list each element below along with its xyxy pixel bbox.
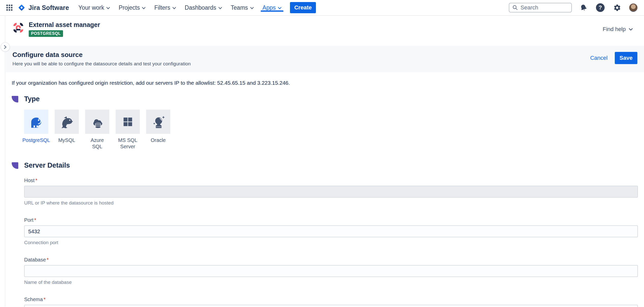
section-marker-icon (12, 162, 18, 169)
question-mark-icon: ? (596, 3, 605, 12)
app-header: External asset manager POSTGRESQL Find h… (6, 16, 644, 46)
host-label: Host* (24, 178, 638, 183)
nav-item-filters[interactable]: Filters (150, 4, 180, 11)
chevron-down-icon (218, 7, 222, 9)
chevron-down-icon (278, 7, 282, 9)
chevron-down-icon (142, 7, 146, 9)
help-button[interactable]: ? (595, 3, 605, 13)
ms-sql-server-windows-icon (120, 114, 136, 130)
chevron-down-icon (106, 7, 110, 9)
app-switcher-icon[interactable] (5, 3, 14, 12)
datasource-type-badge: POSTGRESQL (29, 30, 63, 37)
find-help-dropdown[interactable]: Find help (603, 26, 633, 33)
bell-icon (579, 3, 588, 12)
host-input[interactable] (24, 186, 638, 198)
nav-item-teams[interactable]: Teams (226, 4, 258, 11)
section-title-configure: Configure data source (12, 51, 637, 59)
datasource-type-picker: PostgreSQL MySQL (12, 110, 638, 150)
configure-data-source-bar: Configure data source Here you will be a… (6, 46, 644, 72)
database-input[interactable] (24, 265, 638, 277)
schema-input[interactable] (24, 305, 638, 307)
type-option-mysql[interactable]: MySQL (55, 110, 79, 150)
chevron-down-icon (172, 7, 176, 9)
gear-icon (613, 4, 621, 12)
nav-item-projects[interactable]: Projects (114, 4, 150, 11)
mysql-dolphin-icon (59, 114, 75, 130)
port-label: Port* (24, 217, 638, 223)
collapsed-sidebar-rail (0, 16, 5, 306)
server-details-title: Server Details (24, 162, 70, 169)
server-details-form: Host* URL or IP where the datasource is … (12, 178, 638, 307)
top-navigation: Jira Software Your work Projects Filters… (0, 0, 644, 16)
product-name: Jira Software (28, 4, 69, 11)
chevron-down-icon (629, 28, 633, 31)
chevron-right-icon (4, 45, 7, 49)
search-icon (512, 5, 518, 10)
external-asset-manager-logo (12, 22, 24, 34)
section-marker-icon (12, 96, 18, 103)
type-option-azure-sql[interactable]: Azure SQL (85, 110, 109, 150)
settings-button[interactable] (612, 3, 622, 13)
port-input[interactable] (24, 225, 638, 237)
port-field-group: Port* Connection port (24, 217, 638, 245)
jira-logo[interactable]: Jira Software (16, 3, 73, 12)
schema-label: Schema* (24, 297, 638, 302)
nav-item-your-work[interactable]: Your work (74, 4, 114, 11)
nav-item-dashboards[interactable]: Dashboards (180, 4, 226, 11)
create-button[interactable]: Create (290, 2, 316, 13)
type-section-title: Type (24, 95, 40, 103)
allowlist-notice: If your organization has configured orig… (12, 80, 638, 86)
section-subtitle: Here you will be able to configure the d… (12, 61, 637, 67)
nav-item-apps[interactable]: Apps (258, 4, 286, 11)
notifications-button[interactable] (578, 3, 589, 13)
type-option-oracle[interactable]: Oracle (146, 110, 170, 150)
oracle-crystal-ball-icon (150, 114, 166, 130)
user-avatar[interactable] (629, 3, 638, 12)
schema-field-group: Schema* Schema to be connected (24, 297, 638, 307)
search-input[interactable] (520, 4, 564, 11)
page-title: External asset manager (29, 21, 100, 28)
database-helper: Name of the database (24, 280, 638, 285)
type-option-ms-sql-server[interactable]: MS SQL Server (116, 110, 140, 150)
azure-sql-cloud-db-icon (89, 114, 105, 130)
chevron-down-icon (250, 7, 254, 9)
postgresql-elephant-icon (28, 114, 44, 130)
database-label: Database* (24, 257, 638, 263)
port-helper: Connection port (24, 240, 638, 245)
sidebar-expand-button[interactable] (1, 42, 10, 52)
cancel-button[interactable]: Cancel (590, 55, 607, 61)
jira-diamond-icon (17, 3, 26, 12)
host-helper: URL or IP where the datasource is hosted (24, 200, 638, 206)
host-field-group: Host* URL or IP where the datasource is … (24, 178, 638, 206)
type-option-postgresql[interactable]: PostgreSQL (24, 110, 48, 150)
search-box[interactable] (509, 3, 572, 12)
database-field-group: Database* Name of the database (24, 257, 638, 285)
save-button[interactable]: Save (615, 52, 637, 64)
